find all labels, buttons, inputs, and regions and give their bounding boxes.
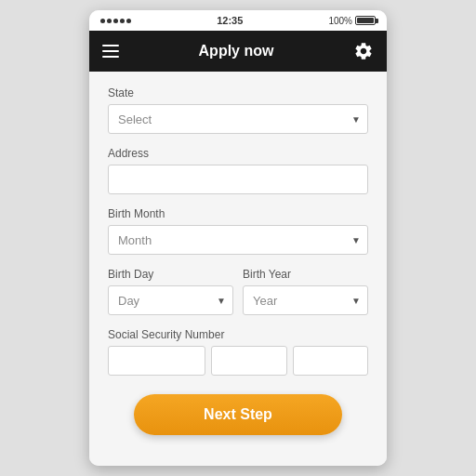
status-time: 12:35 xyxy=(217,15,243,26)
status-bar: 12:35 100% xyxy=(89,10,387,31)
birth-year-select-wrapper: Year 2000 1999 1990 1985 1980 ▼ xyxy=(243,285,368,315)
birth-month-field-group: Birth Month Month January February March… xyxy=(108,207,368,255)
ssn-field-group: Social Security Number xyxy=(108,328,368,376)
hamburger-line-3 xyxy=(102,56,119,58)
page-title: Apply now xyxy=(199,43,274,60)
ssn-input-2[interactable] xyxy=(211,346,286,376)
hamburger-line-2 xyxy=(102,50,119,52)
menu-button[interactable] xyxy=(102,45,119,58)
form-content: State Select Alabama Alaska Arizona Cali… xyxy=(89,72,387,466)
signal-dot-3 xyxy=(113,19,118,23)
birth-day-select-wrapper: Day 1 2 3 ▼ xyxy=(108,285,233,315)
ssn-label: Social Security Number xyxy=(108,328,368,341)
state-field-group: State Select Alabama Alaska Arizona Cali… xyxy=(108,86,368,134)
signal-dot-2 xyxy=(107,19,112,23)
status-battery: 100% xyxy=(328,16,376,26)
nav-bar: Apply now xyxy=(89,31,387,72)
birth-day-label: Birth Day xyxy=(108,268,233,281)
ssn-input-1[interactable] xyxy=(108,346,205,376)
birth-year-field-group: Birth Year Year 2000 1999 1990 1985 1980… xyxy=(243,268,368,315)
hamburger-line-1 xyxy=(102,45,119,46)
birth-day-field-group: Birth Day Day 1 2 3 ▼ xyxy=(108,268,233,315)
state-label: State xyxy=(108,86,368,99)
ssn-input-3[interactable] xyxy=(293,346,368,376)
battery-bar xyxy=(355,16,376,25)
state-select[interactable]: Select Alabama Alaska Arizona California… xyxy=(108,104,368,134)
birth-month-select[interactable]: Month January February March April May J… xyxy=(108,225,368,255)
birth-year-select[interactable]: Year 2000 1999 1990 1985 1980 xyxy=(243,285,368,315)
address-label: Address xyxy=(108,147,368,160)
address-input[interactable] xyxy=(108,165,368,194)
signal-dot-5 xyxy=(126,19,131,23)
ssn-inputs-row xyxy=(108,346,368,376)
birth-month-label: Birth Month xyxy=(108,207,368,220)
state-select-wrapper: Select Alabama Alaska Arizona California… xyxy=(108,104,368,134)
birth-day-year-row: Birth Day Day 1 2 3 ▼ Birth Year Year xyxy=(108,268,368,315)
battery-percent: 100% xyxy=(328,16,352,26)
birth-month-select-wrapper: Month January February March April May J… xyxy=(108,225,368,255)
next-step-button[interactable]: Next Step xyxy=(134,394,342,435)
birth-year-label: Birth Year xyxy=(243,268,368,281)
settings-icon[interactable] xyxy=(353,41,374,61)
signal-dot-1 xyxy=(100,19,105,23)
address-field-group: Address xyxy=(108,147,368,194)
battery-fill xyxy=(357,18,374,23)
phone-frame: 12:35 100% Apply now State Sel xyxy=(89,10,387,466)
signal-indicator xyxy=(100,19,131,23)
signal-dot-4 xyxy=(120,19,125,23)
birth-day-select[interactable]: Day 1 2 3 xyxy=(108,285,233,315)
